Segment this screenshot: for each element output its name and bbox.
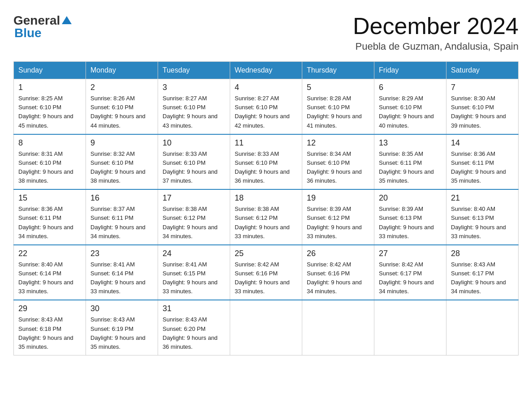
day-number: 12 — [307, 138, 369, 148]
day-number: 6 — [379, 83, 442, 92]
day-info: Sunrise: 8:38 AMSunset: 6:12 PMDaylight:… — [235, 206, 290, 239]
calendar-table: SundayMondayTuesdayWednesdayThursdayFrid… — [13, 61, 519, 355]
calendar-day-cell: 24Sunrise: 8:41 AMSunset: 6:15 PMDayligh… — [158, 245, 230, 300]
calendar-day-cell: 3Sunrise: 8:27 AMSunset: 6:10 PMDaylight… — [158, 79, 230, 134]
logo-triangle-icon — [62, 15, 72, 25]
day-info: Sunrise: 8:36 AMSunset: 6:11 PMDaylight:… — [451, 150, 506, 184]
day-number: 24 — [163, 249, 225, 258]
day-number: 25 — [235, 249, 297, 258]
calendar-day-cell: 12Sunrise: 8:34 AMSunset: 6:10 PMDayligh… — [302, 134, 374, 190]
day-info: Sunrise: 8:37 AMSunset: 6:11 PMDaylight:… — [90, 206, 146, 239]
day-header-friday: Friday — [374, 62, 446, 79]
day-info: Sunrise: 8:27 AMSunset: 6:10 PMDaylight:… — [163, 95, 218, 128]
calendar-day-cell: 25Sunrise: 8:42 AMSunset: 6:16 PMDayligh… — [230, 245, 302, 300]
day-info: Sunrise: 8:39 AMSunset: 6:13 PMDaylight:… — [379, 206, 434, 239]
calendar-week-row: 29Sunrise: 8:43 AMSunset: 6:18 PMDayligh… — [14, 300, 519, 355]
day-number: 23 — [90, 249, 153, 258]
day-info: Sunrise: 8:38 AMSunset: 6:12 PMDaylight:… — [163, 206, 218, 239]
calendar-day-cell: 5Sunrise: 8:28 AMSunset: 6:10 PMDaylight… — [302, 79, 374, 134]
day-number: 29 — [18, 304, 81, 313]
day-info: Sunrise: 8:31 AMSunset: 6:10 PMDaylight:… — [18, 150, 73, 184]
day-info: Sunrise: 8:41 AMSunset: 6:14 PMDaylight:… — [90, 261, 146, 295]
calendar-week-row: 8Sunrise: 8:31 AMSunset: 6:10 PMDaylight… — [14, 134, 519, 190]
calendar-week-row: 1Sunrise: 8:25 AMSunset: 6:10 PMDaylight… — [14, 79, 519, 134]
calendar-day-cell: 31Sunrise: 8:43 AMSunset: 6:20 PMDayligh… — [158, 300, 230, 355]
calendar-day-cell: 28Sunrise: 8:43 AMSunset: 6:17 PMDayligh… — [446, 245, 519, 300]
day-number: 14 — [451, 138, 514, 148]
day-info: Sunrise: 8:33 AMSunset: 6:10 PMDaylight:… — [163, 150, 218, 184]
day-info: Sunrise: 8:30 AMSunset: 6:10 PMDaylight:… — [451, 95, 506, 128]
calendar-day-cell: 16Sunrise: 8:37 AMSunset: 6:11 PMDayligh… — [86, 189, 158, 245]
calendar-week-row: 22Sunrise: 8:40 AMSunset: 6:14 PMDayligh… — [14, 245, 519, 300]
calendar-title: December 2024 — [353, 13, 519, 39]
calendar-day-cell: 4Sunrise: 8:27 AMSunset: 6:10 PMDaylight… — [230, 79, 302, 134]
day-info: Sunrise: 8:35 AMSunset: 6:11 PMDaylight:… — [379, 150, 434, 184]
day-number: 5 — [307, 83, 369, 92]
day-number: 13 — [379, 138, 442, 148]
page-header: General Blue December 2024 Puebla de Guz… — [13, 13, 519, 52]
calendar-day-cell: 1Sunrise: 8:25 AMSunset: 6:10 PMDaylight… — [14, 79, 86, 134]
day-info: Sunrise: 8:36 AMSunset: 6:11 PMDaylight:… — [18, 206, 73, 239]
day-header-tuesday: Tuesday — [158, 62, 230, 79]
day-header-sunday: Sunday — [14, 62, 86, 79]
day-number: 7 — [451, 83, 514, 92]
day-number: 2 — [90, 83, 153, 92]
day-number: 16 — [90, 193, 153, 203]
calendar-empty-cell — [374, 300, 446, 355]
calendar-subtitle: Puebla de Guzman, Andalusia, Spain — [353, 41, 519, 52]
day-number: 18 — [235, 193, 297, 203]
calendar-day-cell: 2Sunrise: 8:26 AMSunset: 6:10 PMDaylight… — [86, 79, 158, 134]
calendar-day-cell: 7Sunrise: 8:30 AMSunset: 6:10 PMDaylight… — [446, 79, 519, 134]
calendar-day-cell: 14Sunrise: 8:36 AMSunset: 6:11 PMDayligh… — [446, 134, 519, 190]
calendar-day-cell: 6Sunrise: 8:29 AMSunset: 6:10 PMDaylight… — [374, 79, 446, 134]
day-info: Sunrise: 8:43 AMSunset: 6:20 PMDaylight:… — [163, 316, 218, 350]
day-info: Sunrise: 8:42 AMSunset: 6:17 PMDaylight:… — [379, 261, 434, 295]
day-number: 19 — [307, 193, 369, 203]
day-info: Sunrise: 8:33 AMSunset: 6:10 PMDaylight:… — [235, 150, 290, 184]
day-number: 27 — [379, 249, 442, 258]
day-info: Sunrise: 8:25 AMSunset: 6:10 PMDaylight:… — [18, 95, 73, 128]
calendar-day-cell: 22Sunrise: 8:40 AMSunset: 6:14 PMDayligh… — [14, 245, 86, 300]
day-info: Sunrise: 8:42 AMSunset: 6:16 PMDaylight:… — [307, 261, 362, 295]
day-number: 1 — [18, 83, 81, 92]
day-info: Sunrise: 8:28 AMSunset: 6:10 PMDaylight:… — [307, 95, 362, 128]
day-info: Sunrise: 8:34 AMSunset: 6:10 PMDaylight:… — [307, 150, 362, 184]
calendar-day-cell: 8Sunrise: 8:31 AMSunset: 6:10 PMDaylight… — [14, 134, 86, 190]
day-number: 22 — [18, 249, 81, 258]
day-number: 8 — [18, 138, 81, 148]
calendar-header-row: SundayMondayTuesdayWednesdayThursdayFrid… — [14, 62, 519, 79]
day-info: Sunrise: 8:39 AMSunset: 6:12 PMDaylight:… — [307, 206, 362, 239]
day-number: 28 — [451, 249, 514, 258]
calendar-empty-cell — [230, 300, 302, 355]
day-number: 11 — [235, 138, 297, 148]
calendar-day-cell: 13Sunrise: 8:35 AMSunset: 6:11 PMDayligh… — [374, 134, 446, 190]
calendar-empty-cell — [446, 300, 519, 355]
svg-marker-0 — [62, 16, 72, 24]
day-info: Sunrise: 8:26 AMSunset: 6:10 PMDaylight:… — [90, 95, 146, 128]
calendar-day-cell: 26Sunrise: 8:42 AMSunset: 6:16 PMDayligh… — [302, 245, 374, 300]
day-header-saturday: Saturday — [446, 62, 519, 79]
day-info: Sunrise: 8:27 AMSunset: 6:10 PMDaylight:… — [235, 95, 290, 128]
day-number: 26 — [307, 249, 369, 258]
title-block: December 2024 Puebla de Guzman, Andalusi… — [353, 13, 519, 52]
day-header-thursday: Thursday — [302, 62, 374, 79]
calendar-week-row: 15Sunrise: 8:36 AMSunset: 6:11 PMDayligh… — [14, 189, 519, 245]
day-info: Sunrise: 8:40 AMSunset: 6:13 PMDaylight:… — [451, 206, 506, 239]
day-info: Sunrise: 8:29 AMSunset: 6:10 PMDaylight:… — [379, 95, 434, 128]
day-info: Sunrise: 8:43 AMSunset: 6:18 PMDaylight:… — [18, 316, 73, 350]
calendar-day-cell: 21Sunrise: 8:40 AMSunset: 6:13 PMDayligh… — [446, 189, 519, 245]
day-info: Sunrise: 8:41 AMSunset: 6:15 PMDaylight:… — [163, 261, 218, 295]
day-number: 20 — [379, 193, 442, 203]
day-number: 3 — [163, 83, 225, 92]
day-info: Sunrise: 8:40 AMSunset: 6:14 PMDaylight:… — [18, 261, 73, 295]
day-number: 17 — [163, 193, 225, 203]
calendar-day-cell: 20Sunrise: 8:39 AMSunset: 6:13 PMDayligh… — [374, 189, 446, 245]
calendar-day-cell: 15Sunrise: 8:36 AMSunset: 6:11 PMDayligh… — [14, 189, 86, 245]
day-info: Sunrise: 8:42 AMSunset: 6:16 PMDaylight:… — [235, 261, 290, 295]
calendar-day-cell: 17Sunrise: 8:38 AMSunset: 6:12 PMDayligh… — [158, 189, 230, 245]
calendar-day-cell: 29Sunrise: 8:43 AMSunset: 6:18 PMDayligh… — [14, 300, 86, 355]
day-header-wednesday: Wednesday — [230, 62, 302, 79]
calendar-day-cell: 11Sunrise: 8:33 AMSunset: 6:10 PMDayligh… — [230, 134, 302, 190]
logo-blue-text: Blue — [14, 26, 42, 40]
calendar-day-cell: 19Sunrise: 8:39 AMSunset: 6:12 PMDayligh… — [302, 189, 374, 245]
